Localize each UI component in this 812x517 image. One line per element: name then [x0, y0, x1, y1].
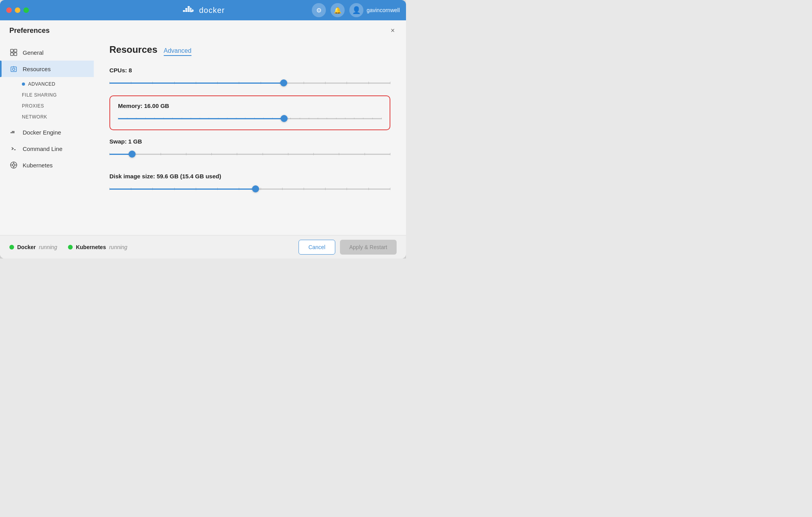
advanced-label: ADVANCED	[28, 81, 55, 87]
panel-title: Resources	[109, 44, 157, 55]
swap-thumb[interactable]	[129, 151, 136, 158]
swap-value: 1 GB	[128, 138, 142, 145]
kubernetes-status: Kubernetes running	[68, 244, 127, 250]
svg-rect-5	[188, 6, 190, 8]
preferences-header: Preferences ×	[0, 20, 406, 35]
memory-label-text: Memory:	[118, 102, 144, 109]
resources-subitems: ADVANCED FILE SHARING PROXIES NETWORK	[0, 77, 94, 124]
command-line-label: Command Line	[23, 145, 63, 152]
resources-label: Resources	[23, 66, 51, 72]
close-traffic-light[interactable]	[6, 7, 12, 13]
titlebar-right: ⚙ 🔔 👤 gavincornwell	[312, 3, 400, 17]
sidebar: General Resources	[0, 35, 94, 235]
close-button[interactable]: ×	[389, 27, 397, 35]
network-label: NETWORK	[22, 114, 47, 120]
cpus-fill	[109, 83, 284, 84]
disk-label-text: Disk image size:	[109, 173, 157, 180]
sidebar-sub-proxies[interactable]: PROXIES	[0, 101, 94, 111]
cpus-label: CPUs: 8	[109, 67, 390, 74]
advanced-tab[interactable]: Advanced	[164, 47, 191, 56]
sidebar-item-docker-engine[interactable]: Docker Engine	[0, 124, 94, 140]
user-avatar: 👤	[349, 3, 363, 17]
docker-status: Docker running	[9, 244, 57, 250]
sidebar-sub-file-sharing[interactable]: FILE SHARING	[0, 90, 94, 101]
sidebar-sub-network[interactable]: NETWORK	[0, 111, 94, 122]
fullscreen-traffic-light[interactable]	[23, 7, 29, 13]
cancel-button[interactable]: Cancel	[299, 240, 335, 255]
svg-rect-8	[14, 49, 17, 52]
username: gavincornwell	[367, 7, 400, 13]
minimize-traffic-light[interactable]	[15, 7, 20, 13]
kubernetes-status-name: Kubernetes	[76, 244, 106, 250]
sidebar-item-command-line[interactable]: Command Line	[0, 140, 94, 157]
memory-label: Memory: 16.00 GB	[118, 102, 382, 109]
cpus-track	[109, 83, 390, 84]
svg-rect-7	[11, 49, 13, 52]
apply-restart-button[interactable]: Apply & Restart	[340, 240, 397, 255]
settings-icon[interactable]: ⚙	[312, 3, 326, 17]
kubernetes-status-dot	[68, 245, 73, 250]
memory-thumb[interactable]	[281, 115, 288, 122]
cpus-slider[interactable]	[109, 78, 390, 88]
memory-fill	[118, 118, 284, 119]
disk-slider[interactable]	[109, 184, 390, 194]
svg-rect-15	[13, 132, 14, 133]
docker-status-name: Docker	[17, 244, 36, 250]
sidebar-item-kubernetes[interactable]: Kubernetes	[0, 157, 94, 173]
svg-point-6	[191, 9, 192, 11]
swap-ticks	[109, 153, 390, 155]
svg-rect-16	[12, 131, 13, 132]
docker-status-text: running	[39, 244, 57, 250]
disk-thumb[interactable]	[252, 185, 259, 192]
svg-rect-17	[13, 131, 14, 132]
disk-fill	[109, 188, 256, 190]
command-line-icon	[9, 144, 18, 153]
sidebar-sub-advanced[interactable]: ADVANCED	[0, 79, 94, 90]
svg-rect-14	[12, 132, 13, 133]
proxies-label: PROXIES	[22, 103, 44, 109]
svg-rect-3	[185, 8, 187, 10]
swap-label: Swap: 1 GB	[109, 138, 390, 145]
kubernetes-label: Kubernetes	[23, 162, 53, 169]
svg-rect-4	[188, 8, 190, 10]
docker-engine-icon	[9, 128, 18, 136]
preferences-title: Preferences	[9, 27, 50, 35]
right-panel: Resources Advanced CPUs: 8	[94, 35, 406, 235]
docker-engine-label: Docker Engine	[23, 129, 61, 136]
memory-value: 16.00 GB	[144, 102, 169, 109]
svg-rect-10	[14, 53, 17, 56]
svg-point-12	[13, 68, 15, 70]
disk-section: Disk image size: 59.6 GB (15.4 GB used)	[109, 173, 390, 194]
svg-rect-9	[11, 53, 13, 56]
sidebar-item-general[interactable]: General	[0, 44, 94, 61]
app-title: docker	[199, 6, 225, 15]
sidebar-item-resources[interactable]: Resources	[0, 61, 94, 77]
svg-point-20	[13, 164, 15, 166]
memory-slider[interactable]	[118, 114, 382, 123]
docker-logo	[181, 5, 195, 15]
disk-value: 59.6 GB (15.4 GB used)	[157, 173, 221, 180]
cpus-section: CPUs: 8	[109, 67, 390, 88]
svg-rect-11	[11, 67, 16, 72]
general-label: General	[23, 49, 43, 56]
disk-track	[109, 188, 390, 190]
footer: Docker running Kubernetes running Cancel…	[0, 235, 406, 258]
file-sharing-label: FILE SHARING	[22, 92, 57, 98]
cpus-value: 8	[129, 67, 132, 74]
notification-icon[interactable]: 🔔	[331, 3, 345, 17]
svg-rect-13	[11, 132, 12, 133]
cpus-thumb[interactable]	[280, 79, 287, 86]
traffic-lights	[6, 7, 29, 13]
general-icon	[9, 48, 18, 57]
kubernetes-status-text: running	[109, 244, 127, 250]
swap-track	[109, 154, 390, 155]
memory-track	[118, 118, 382, 119]
advanced-bullet	[22, 83, 25, 86]
panel-header: Resources Advanced	[109, 44, 390, 56]
swap-slider[interactable]	[109, 149, 390, 159]
swap-label-text: Swap:	[109, 138, 128, 145]
titlebar-center: docker	[181, 5, 225, 15]
user-badge[interactable]: 👤 gavincornwell	[349, 3, 400, 17]
resources-icon	[9, 65, 18, 73]
svg-rect-2	[188, 10, 190, 12]
